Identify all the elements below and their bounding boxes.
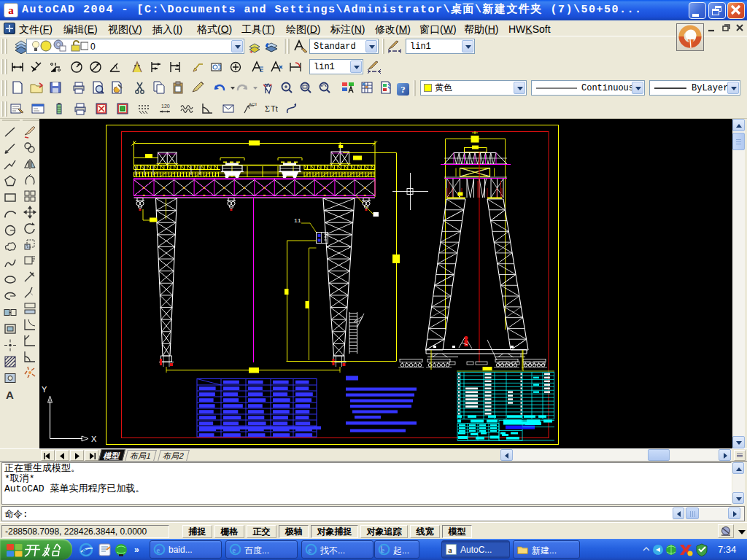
svg-text:11: 11 [294,217,301,224]
svg-text:e: e [232,545,236,554]
svg-text:e: e [381,545,384,554]
svg-text:120: 120 [161,104,170,109]
svg-text:X: X [91,435,97,443]
svg-text:a: a [448,545,452,554]
svg-text:A: A [6,389,14,401]
svg-text:e: e [82,545,87,556]
svg-text:ACII: ACII [249,102,257,106]
svg-text:Y: Y [42,385,47,394]
svg-text:»: » [134,545,139,555]
svg-text:e: e [308,545,311,554]
svg-text:Tt: Tt [271,104,278,113]
svg-text:e: e [156,545,160,554]
svg-text:Σ: Σ [265,104,270,114]
